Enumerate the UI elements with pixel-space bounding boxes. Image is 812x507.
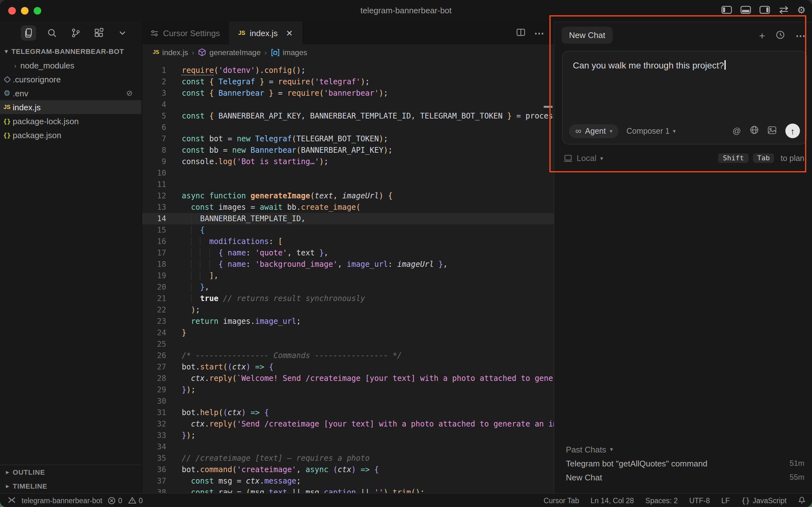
cursor-tab-status[interactable]: Cursor Tab — [544, 497, 579, 504]
toggle-bottom-panel-icon[interactable] — [740, 6, 751, 14]
toggle-right-sidebar-icon[interactable] — [759, 6, 770, 14]
code-line-9[interactable]: 9console.log('Bot is starting…'); — [142, 156, 554, 167]
source-control-icon[interactable] — [68, 25, 83, 41]
code-line-35[interactable]: 35// /createimage [text] — requires a ph… — [142, 452, 554, 464]
explorer-item--cursorignore[interactable]: .cursorignore — [0, 72, 142, 86]
notifications-bell-icon[interactable] — [798, 496, 806, 505]
code-line-28[interactable]: 28 ctx.reply(`Welcome! Send /createimage… — [142, 373, 554, 384]
code-line-4[interactable]: 4 — [142, 99, 554, 110]
code-line-29[interactable]: 29}); — [142, 384, 554, 395]
code-line-31[interactable]: 31bot.help((ctx) => { — [142, 407, 554, 418]
swap-layout-icon[interactable] — [778, 6, 789, 14]
tab-cursor-settings[interactable]: Cursor Settings — [142, 21, 229, 44]
breadcrumb-separator: › — [264, 49, 267, 56]
problems-warnings[interactable]: 0 — [128, 497, 143, 504]
mention-icon[interactable]: @ — [733, 126, 741, 135]
code-line-13[interactable]: 13 const images = await bb.create_image( — [142, 202, 554, 213]
chat-input-text[interactable]: Can you walk me through this project? — [573, 60, 725, 70]
attach-image-icon[interactable] — [768, 125, 776, 136]
code-line-34[interactable]: 34 — [142, 441, 554, 452]
code-line-27[interactable]: 27bot.start((ctx) => { — [142, 361, 554, 373]
code-line-16[interactable]: 16 modifications: [ — [142, 236, 554, 247]
code-line-30[interactable]: 30 — [142, 395, 554, 407]
timeline-section[interactable]: ▸ TIMELINE — [0, 479, 142, 493]
problems-errors[interactable]: 0 — [108, 497, 122, 504]
web-globe-icon[interactable] — [750, 125, 759, 136]
code-editor[interactable]: JS index.js › generateImage › images 1re… — [142, 44, 554, 493]
code-line-20[interactable]: 20 }, — [142, 281, 554, 293]
explorer-icon[interactable] — [21, 25, 36, 41]
close-tab-icon[interactable]: ✕ — [286, 28, 293, 38]
remote-indicator-icon[interactable] — [8, 497, 16, 504]
code-line-23[interactable]: 23 return images.image_url; — [142, 316, 554, 327]
code-line-2[interactable]: 2const { Telegraf } = require('telegraf'… — [142, 76, 554, 88]
eol-status[interactable]: LF — [721, 497, 730, 504]
encoding-status[interactable]: UTF-8 — [689, 497, 710, 504]
code-line-1[interactable]: 1require('dotenv').config(); — [142, 65, 554, 76]
code-line-21[interactable]: 21 true // returns result synchronously — [142, 293, 554, 304]
code-line-38[interactable]: 38 const raw = (msg.text || msg.caption … — [142, 487, 554, 493]
past-chat-item[interactable]: Telegram bot "getAllQuotes" command51m — [566, 456, 804, 470]
chevron-right-icon: ▸ — [3, 469, 13, 475]
tab-keycap: Tab — [753, 153, 774, 163]
code-content[interactable]: 1require('dotenv').config();2const { Tel… — [142, 65, 554, 493]
breadcrumb-child[interactable]: images — [283, 48, 307, 57]
code-line-18[interactable]: 18 { name: 'background_image', image_url… — [142, 259, 554, 270]
chat-tab-new-chat[interactable]: New Chat — [561, 26, 613, 44]
code-line-12[interactable]: 12async function generateImage(text, ima… — [142, 190, 554, 202]
code-line-5[interactable]: 5const { BANNERBEAR_API_KEY, BANNERBEAR_… — [142, 110, 554, 122]
code-line-3[interactable]: 3const { Bannerbear } = require('bannerb… — [142, 88, 554, 99]
settings-gear-icon[interactable]: ⚙ — [797, 6, 806, 14]
split-editor-icon[interactable] — [516, 27, 525, 39]
new-chat-plus-icon[interactable]: + — [759, 30, 765, 42]
chat-history-clock-icon[interactable] — [776, 30, 785, 42]
breadcrumb: JS index.js › generateImage › images — [142, 44, 554, 60]
explorer-item--env[interactable]: ⚙.env⊘ — [0, 86, 142, 100]
code-line-33[interactable]: 33}); — [142, 430, 554, 441]
explorer-item-index-js[interactable]: JSindex.js — [0, 100, 142, 114]
text-caret — [724, 60, 725, 70]
code-line-37[interactable]: 37 const msg = ctx.message; — [142, 475, 554, 487]
code-line-10[interactable]: 10 — [142, 167, 554, 179]
code-line-11[interactable]: 11 — [142, 179, 554, 190]
code-line-36[interactable]: 36bot.command('createimage', async (ctx)… — [142, 464, 554, 475]
code-line-7[interactable]: 7const bot = new Telegraf(TELEGRAM_BOT_T… — [142, 133, 554, 145]
explorer-root-folder[interactable]: ▾ TELEGRAM-BANNERBEAR-BOT — [0, 44, 142, 58]
environment-dropdown[interactable]: Local ▾ — [563, 153, 603, 163]
code-line-15[interactable]: 15 { — [142, 224, 554, 236]
toggle-left-sidebar-icon[interactable] — [721, 6, 732, 14]
workspace-name[interactable]: telegram-bannerbear-bot — [21, 497, 102, 504]
extensions-icon[interactable] — [91, 25, 107, 41]
editor-more-actions-icon[interactable]: ⋯ — [534, 27, 545, 39]
indentation-status[interactable]: Spaces: 2 — [646, 497, 678, 504]
cursor-position-status[interactable]: Ln 14, Col 28 — [591, 497, 634, 504]
explorer-item-package-lock-json[interactable]: {}package-lock.json — [0, 114, 142, 128]
breadcrumb-file[interactable]: index.js — [162, 48, 188, 57]
chat-more-actions-icon[interactable]: ⋯ — [796, 30, 806, 42]
chat-input-box[interactable]: Can you walk me through this project? ∞ … — [562, 51, 807, 145]
code-line-26[interactable]: 26/* ---------------- Commands ---------… — [142, 350, 554, 361]
past-chat-item[interactable]: New Chat55m — [566, 470, 804, 484]
explorer-item-node-modules[interactable]: ›node_modules — [0, 58, 142, 72]
past-chats-header[interactable]: Past Chats ▾ — [566, 442, 804, 456]
code-line-19[interactable]: 19 ], — [142, 270, 554, 281]
model-dropdown[interactable]: Composer 1 ▾ — [626, 126, 676, 135]
tab-index-js[interactable]: JS index.js ✕ — [229, 21, 302, 44]
code-line-25[interactable]: 25 — [142, 338, 554, 350]
language-mode-status[interactable]: {} JavaScript — [741, 496, 786, 505]
code-line-17[interactable]: 17 { name: 'quote', text }, — [142, 247, 554, 259]
code-line-32[interactable]: 32 ctx.reply('Send /createimage [your te… — [142, 418, 554, 430]
agent-mode-dropdown[interactable]: ∞ Agent ▾ — [569, 124, 619, 138]
chevron-down-icon: ▾ — [1, 48, 11, 55]
code-line-22[interactable]: 22 ); — [142, 304, 554, 316]
explorer-item-package-json[interactable]: {}package.json — [0, 128, 142, 142]
code-line-24[interactable]: 24} — [142, 327, 554, 338]
search-icon[interactable] — [44, 25, 60, 41]
code-line-14[interactable]: 14 BANNERBEAR_TEMPLATE_ID, — [142, 213, 554, 224]
code-line-6[interactable]: 6 — [142, 122, 554, 133]
send-message-button[interactable]: ↑ — [785, 124, 800, 138]
breadcrumb-symbol[interactable]: generateImage — [209, 48, 260, 57]
outline-section[interactable]: ▸ OUTLINE — [0, 465, 142, 479]
code-line-8[interactable]: 8const bb = new Bannerbear(BANNERBEAR_AP… — [142, 145, 554, 156]
more-views-chevron-icon[interactable] — [115, 25, 130, 41]
